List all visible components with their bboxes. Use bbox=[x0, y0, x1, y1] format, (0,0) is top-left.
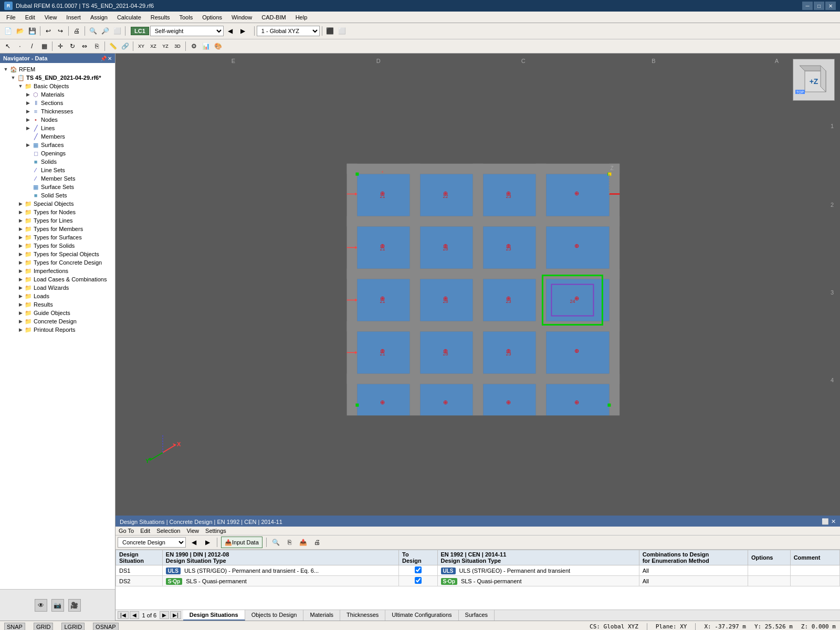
lc-next[interactable]: ▶ bbox=[237, 25, 249, 37]
nav-item-types-surfaces[interactable]: ▶ 📁 Types for Surfaces bbox=[0, 233, 115, 242]
nav-item-thicknesses[interactable]: ▶ ≡ Thicknesses bbox=[0, 107, 115, 116]
nav-close-button[interactable]: ✕ bbox=[108, 56, 112, 61]
nav-item-file[interactable]: ▼ 📋 TS 45_END_2021-04-29.rf6* bbox=[0, 74, 115, 82]
expand-guide-objects[interactable]: ▶ bbox=[17, 309, 24, 317]
lc-dropdown[interactable]: Self-weight bbox=[150, 26, 224, 36]
view-3d[interactable]: 3D bbox=[172, 40, 183, 52]
ds2-check[interactable] bbox=[399, 576, 438, 586]
expand-sections[interactable]: ▶ bbox=[24, 99, 32, 107]
osnap-toggle[interactable]: OSNAP bbox=[93, 623, 119, 631]
window-controls[interactable]: ─ □ ✕ bbox=[802, 2, 836, 10]
tab-materials[interactable]: Materials bbox=[303, 610, 340, 621]
nav-item-types-nodes[interactable]: ▶ 📁 Types for Nodes bbox=[0, 208, 115, 216]
menu-cad-bim[interactable]: CAD-BIM bbox=[257, 12, 290, 23]
bp-menu-selection[interactable]: Selection bbox=[156, 528, 180, 534]
redo-button[interactable]: ↪ bbox=[55, 25, 66, 37]
nav-item-nodes[interactable]: ▶ • Nodes bbox=[0, 116, 115, 124]
expand-thicknesses[interactable]: ▶ bbox=[24, 108, 32, 115]
menu-calculate[interactable]: Calculate bbox=[113, 12, 145, 23]
bp-next-page-btn[interactable]: ▶ bbox=[160, 611, 169, 619]
nav-item-printout-reports[interactable]: ▶ 📁 Printout Reports bbox=[0, 326, 115, 334]
bp-prev-page-btn[interactable]: ◀ bbox=[130, 611, 139, 619]
menu-edit[interactable]: Edit bbox=[21, 12, 39, 23]
results-toggle[interactable]: 📊 bbox=[200, 40, 212, 52]
menu-file[interactable]: File bbox=[2, 12, 20, 23]
expand-file[interactable]: ▼ bbox=[9, 74, 17, 81]
expand-openings[interactable] bbox=[24, 150, 32, 157]
viewport[interactable]: +Z TOP X Y 1 2 3 4 E D bbox=[116, 54, 840, 516]
surface-button[interactable]: ▦ bbox=[38, 40, 50, 52]
save-button[interactable]: 💾 bbox=[26, 25, 38, 37]
expand-results[interactable]: ▶ bbox=[17, 301, 24, 308]
zoom-out-button[interactable]: 🔎 bbox=[99, 25, 111, 37]
nav-item-solid-sets[interactable]: ■ Solid Sets bbox=[0, 191, 115, 200]
expand-materials[interactable]: ▶ bbox=[24, 91, 32, 98]
menu-results[interactable]: Results bbox=[146, 12, 174, 23]
nav-item-line-sets[interactable]: ⁄ Line Sets bbox=[0, 166, 115, 174]
nav-item-results[interactable]: ▶ 📁 Results bbox=[0, 300, 115, 309]
expand-members[interactable] bbox=[24, 133, 32, 140]
expand-surface-sets[interactable] bbox=[24, 183, 32, 191]
snap-toggle[interactable]: SNAP bbox=[4, 623, 25, 631]
expand-concrete-design[interactable]: ▶ bbox=[17, 318, 24, 325]
expand-lines[interactable]: ▶ bbox=[24, 124, 32, 132]
ds1-check[interactable] bbox=[399, 565, 438, 576]
bp-print-btn[interactable]: 🖨 bbox=[311, 537, 323, 548]
expand-imperfections[interactable]: ▶ bbox=[17, 267, 24, 275]
move-button[interactable]: ✛ bbox=[55, 40, 66, 52]
bp-menu-goto[interactable]: Go To bbox=[119, 528, 134, 534]
expand-types-lines[interactable]: ▶ bbox=[17, 217, 24, 224]
nav-video-button[interactable]: 🎥 bbox=[68, 599, 81, 612]
open-button[interactable]: 📂 bbox=[14, 25, 26, 37]
nav-item-loads[interactable]: ▶ 📁 Loads bbox=[0, 292, 115, 300]
nav-item-types-concrete[interactable]: ▶ 📁 Types for Concrete Design bbox=[0, 258, 115, 267]
mirror-button[interactable]: ⇔ bbox=[79, 40, 90, 52]
new-button[interactable]: 📄 bbox=[2, 25, 14, 37]
measure-button[interactable]: 📏 bbox=[107, 40, 119, 52]
view-xz[interactable]: XZ bbox=[148, 40, 159, 52]
view-xy[interactable]: XY bbox=[135, 40, 147, 52]
display-settings[interactable]: ⚙ bbox=[188, 40, 200, 52]
table-row[interactable]: DS2 S·Qp SLS - Quasi-permanent S·Op SLS … bbox=[116, 576, 840, 586]
undo-button[interactable]: ↩ bbox=[43, 25, 54, 37]
expand-member-sets[interactable] bbox=[24, 175, 32, 182]
wire-button[interactable]: ⬜ bbox=[337, 25, 348, 37]
bp-last-btn[interactable]: ▶| bbox=[170, 611, 181, 619]
nav-item-surface-sets[interactable]: ▦ Surface Sets bbox=[0, 183, 115, 191]
lc-prev[interactable]: ◀ bbox=[225, 25, 236, 37]
nav-item-surfaces[interactable]: ▶ ▦ Surfaces bbox=[0, 141, 115, 149]
expand-rfem[interactable]: ▼ bbox=[2, 66, 9, 73]
ds2-checkbox[interactable] bbox=[415, 577, 422, 584]
expand-types-nodes[interactable]: ▶ bbox=[17, 208, 24, 216]
minimize-button[interactable]: ─ bbox=[802, 2, 813, 10]
bp-first-btn[interactable]: |◀ bbox=[118, 611, 129, 619]
nav-item-member-sets[interactable]: ⁄ Member Sets bbox=[0, 174, 115, 183]
expand-printout-reports[interactable]: ▶ bbox=[17, 326, 24, 333]
bp-prev-btn[interactable]: ◀ bbox=[188, 537, 200, 548]
input-data-button[interactable]: 📥 Input Data bbox=[221, 537, 262, 548]
nav-item-special-objects[interactable]: ▶ 📁 Special Objects bbox=[0, 200, 115, 208]
grid-toggle[interactable]: GRID bbox=[34, 623, 54, 631]
expand-special[interactable]: ▶ bbox=[17, 200, 24, 207]
menu-tools[interactable]: Tools bbox=[175, 12, 197, 23]
nav-item-guide-objects[interactable]: ▶ 📁 Guide Objects bbox=[0, 309, 115, 317]
nav-item-load-cases[interactable]: ▶ 📁 Load Cases & Combinations bbox=[0, 275, 115, 284]
navigator-tree[interactable]: ▼ 🏠 RFEM ▼ 📋 TS 45_END_2021-04-29.rf6* ▼… bbox=[0, 63, 115, 589]
nav-camera-button[interactable]: 📷 bbox=[51, 599, 64, 612]
render-button[interactable]: ⬛ bbox=[324, 25, 336, 37]
menu-assign[interactable]: Assign bbox=[86, 12, 112, 23]
bottom-panel-close-btn[interactable]: ✕ bbox=[831, 518, 836, 525]
bp-export-btn[interactable]: 📤 bbox=[298, 537, 309, 548]
colormap-button[interactable]: 🎨 bbox=[212, 40, 224, 52]
select-button[interactable]: ↖ bbox=[2, 40, 14, 52]
bp-next-btn[interactable]: ▶ bbox=[202, 537, 213, 548]
nav-item-solids[interactable]: ■ Solids bbox=[0, 158, 115, 166]
maximize-button[interactable]: □ bbox=[814, 2, 824, 10]
expand-types-surfaces[interactable]: ▶ bbox=[17, 234, 24, 241]
tab-objects-to-design[interactable]: Objects to Design bbox=[245, 610, 304, 621]
nav-item-types-solids[interactable]: ▶ 📁 Types for Solids bbox=[0, 242, 115, 250]
nav-eye-button[interactable]: 👁 bbox=[35, 599, 47, 612]
tab-thicknesses[interactable]: Thicknesses bbox=[340, 610, 385, 621]
nav-item-types-special[interactable]: ▶ 📁 Types for Special Objects bbox=[0, 250, 115, 258]
expand-loads[interactable]: ▶ bbox=[17, 292, 24, 300]
